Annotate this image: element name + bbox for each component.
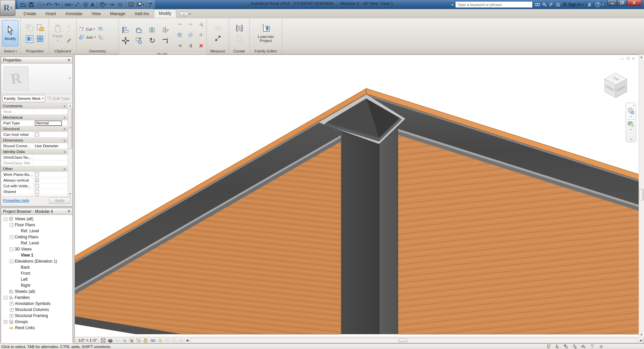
properties-scrollbar[interactable]: ▲▼	[67, 103, 73, 196]
steering-wheel-icon[interactable]	[627, 107, 635, 115]
modify-button[interactable]: Modify	[2, 20, 18, 46]
scroll-down-arrow-icon[interactable]: ▼	[639, 332, 644, 337]
cope-icon[interactable]	[98, 26, 104, 32]
trim-extend-multiple-icon[interactable]	[188, 43, 193, 49]
show-crop-region-icon[interactable]	[136, 338, 141, 343]
tree-item-families[interactable]: −Families	[1, 295, 73, 301]
tree-item-views-all-[interactable]: −Views (all)	[1, 216, 73, 222]
property-value[interactable]	[34, 160, 67, 166]
paste-button[interactable]: Paste ▾	[51, 21, 64, 45]
tree-item-ref-level[interactable]: −Ref. Level	[1, 228, 73, 234]
scroll-up-arrow-icon[interactable]: ▲	[639, 54, 644, 60]
view-cube[interactable]: TOP FRONT RIGHT	[601, 71, 630, 101]
mirror-draw-axis-icon[interactable]	[162, 26, 170, 34]
create-group-icon[interactable]	[235, 24, 244, 33]
checkbox[interactable]	[35, 195, 39, 196]
minimize-button[interactable]	[607, 0, 617, 6]
reveal-hidden-elements-icon[interactable]	[158, 338, 163, 343]
tree-item-structural-framing[interactable]: +Structural Framing	[1, 313, 73, 319]
vertical-scrollbar[interactable]: ▲ ▼	[639, 54, 644, 337]
property-value[interactable]	[34, 155, 67, 160]
subscription-key-icon[interactable]	[542, 2, 547, 7]
application-menu-button[interactable]: R ▾	[0, 0, 15, 16]
expand-icon[interactable]: +	[10, 302, 13, 306]
tree-item-view-1[interactable]: −View 1	[1, 252, 73, 258]
select-by-face-toggle[interactable]	[572, 344, 578, 349]
aligned-dimension-tool-icon[interactable]	[214, 25, 222, 31]
family-types-icon[interactable]	[36, 35, 44, 43]
checkbox-checked[interactable]: ✓	[35, 178, 39, 182]
tree-item-right[interactable]: −Right	[1, 282, 73, 288]
tree-item-revit-links[interactable]: −Revit Links	[1, 325, 73, 331]
tree-item-front[interactable]: −Front	[1, 270, 73, 276]
cut-to-clipboard-icon[interactable]	[66, 24, 72, 29]
property-section-header[interactable]: Structural«	[1, 126, 67, 132]
shadows-icon[interactable]	[122, 338, 127, 343]
tree-item-structural-columns[interactable]: +Structural Columns	[1, 307, 73, 313]
property-section-header[interactable]: Other«	[1, 166, 67, 172]
collapse-icon[interactable]: −	[10, 260, 13, 263]
tree-item-sheets-all-[interactable]: −Sheets (all)	[1, 288, 73, 295]
pin-icon[interactable]	[199, 33, 204, 38]
restore-button[interactable]	[617, 0, 627, 6]
tab-create[interactable]: Create	[19, 10, 41, 18]
collapse-icon[interactable]: −	[10, 247, 13, 251]
join-geometry-button[interactable]: Join▾	[79, 35, 96, 40]
rotate-icon[interactable]: ↻	[149, 37, 155, 44]
favorites-star-icon[interactable]	[556, 2, 560, 7]
selection-filter-icon[interactable]	[590, 344, 595, 349]
vertical-scrollbar-thumb[interactable]	[639, 189, 644, 200]
property-row[interactable]: Always vertical✓	[1, 178, 67, 183]
property-row[interactable]: OmniClass Title	[1, 160, 67, 166]
split-element-icon[interactable]	[177, 22, 183, 27]
exchange-apps-icon[interactable]: X	[588, 2, 591, 7]
property-value[interactable]	[34, 109, 67, 114]
property-row[interactable]: Shared	[1, 189, 67, 195]
help-icon[interactable]: ?	[595, 2, 600, 7]
collapse-arrow-icon[interactable]: ◀	[186, 339, 188, 342]
sign-in-button[interactable]: Sign In ▾	[562, 2, 583, 7]
3d-model-view[interactable]	[75, 55, 644, 337]
property-value[interactable]	[34, 132, 67, 137]
navbar-zoom-caret-icon[interactable]: ▼	[630, 128, 632, 131]
checkbox[interactable]	[35, 184, 39, 188]
offset-icon[interactable]	[135, 26, 143, 34]
view-close-icon[interactable]: ✕	[632, 57, 635, 61]
property-row[interactable]: Room Calculat...	[1, 195, 67, 196]
measure-distance-icon[interactable]	[214, 35, 222, 42]
array-icon[interactable]	[177, 33, 183, 38]
copy-to-clipboard-icon[interactable]	[66, 31, 72, 36]
delete-icon[interactable]	[199, 43, 204, 49]
property-value[interactable]: Use Diameter	[34, 143, 67, 149]
property-row[interactable]: Round Conne...Use Diameter	[1, 143, 67, 149]
trim-extend-single-icon[interactable]	[177, 43, 183, 49]
help-caret-icon[interactable]: ▾	[602, 3, 604, 6]
trim-extend-corner-icon[interactable]	[162, 37, 170, 45]
load-family-icon[interactable]	[235, 35, 244, 43]
collapse-chevron-icon[interactable]: «	[63, 151, 66, 153]
expand-icon[interactable]: +	[10, 314, 13, 318]
horizontal-scrollbar[interactable]	[190, 338, 638, 343]
property-value[interactable]: ✓	[34, 178, 67, 183]
collapse-chevron-icon[interactable]: «	[63, 117, 66, 118]
unpin-icon[interactable]	[199, 22, 204, 27]
navbar-wheel-caret-icon[interactable]: ▼	[630, 116, 632, 118]
tab-insert[interactable]: Insert	[41, 10, 61, 18]
tab-modify[interactable]: Modify	[154, 9, 176, 18]
temporary-view-properties-icon[interactable]	[172, 338, 177, 343]
tree-item-back[interactable]: −Back	[1, 264, 73, 270]
properties-close-icon[interactable]: ✕	[67, 58, 71, 62]
load-into-project-button[interactable]: Load into Project	[254, 20, 278, 46]
scale-button[interactable]: 1/2" = 1'-0"	[76, 338, 99, 342]
checkbox[interactable]	[35, 172, 39, 177]
analytical-model-icon[interactable]	[179, 338, 184, 343]
tree-item-left[interactable]: −Left	[1, 276, 73, 282]
checkbox[interactable]	[35, 132, 39, 137]
property-row[interactable]: Part TypeNormal	[1, 120, 67, 126]
collapse-icon[interactable]: −	[4, 296, 7, 300]
align-icon[interactable]	[122, 26, 130, 34]
tree-item-floor-plans[interactable]: −Floor Plans	[1, 222, 73, 228]
communication-center-icon[interactable]	[549, 2, 554, 7]
project-browser-close-icon[interactable]: ✕	[67, 209, 71, 214]
navbar-close-icon[interactable]: ⊗	[633, 104, 635, 107]
